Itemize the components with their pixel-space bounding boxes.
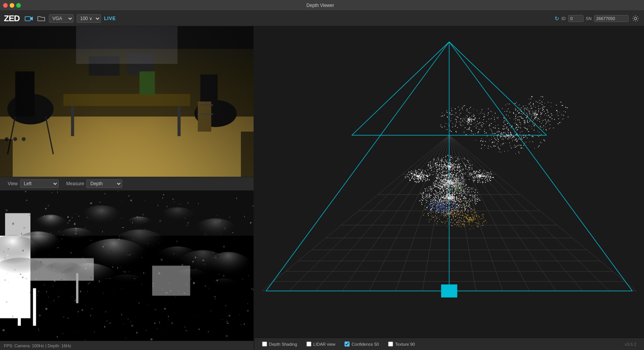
- point-cloud-view: [254, 26, 644, 338]
- lidar-view-label[interactable]: LIDAR view: [313, 342, 335, 347]
- confidence-checkbox[interactable]: [345, 342, 350, 347]
- lidar-view-checkbox[interactable]: [306, 342, 311, 347]
- viewer-controls: Depth Shading LIDAR view Confidence 50 T…: [254, 338, 644, 350]
- texture-control: Texture 90: [388, 342, 415, 347]
- measure-label: Measure: [66, 181, 84, 186]
- controls-row: View Left Right Side by Side Measure Dep…: [0, 177, 254, 191]
- version-label: v3.6.2: [625, 342, 636, 347]
- toolbar: ZED VGA 720p 1080p 2.2K 100 ∨ 15 30 60 L…: [0, 11, 644, 26]
- depth-shading-checkbox[interactable]: [262, 342, 267, 347]
- depth-view: [0, 191, 254, 341]
- depth-shading-control: Depth Shading: [262, 342, 297, 347]
- camera-view: [0, 26, 254, 177]
- view-select[interactable]: Left Right Side by Side: [20, 179, 59, 188]
- view-label: View: [8, 181, 18, 186]
- left-panel: View Left Right Side by Side Measure Dep…: [0, 26, 254, 350]
- settings-icon[interactable]: [631, 14, 640, 23]
- lidar-view-control: LIDAR view: [306, 342, 335, 347]
- view-control: View Left Right Side by Side: [8, 179, 59, 188]
- status-text: FPS: Camera: 100Hz | Depth: 16Hz: [4, 343, 71, 348]
- toolbar-right: ↻ ID SN: [555, 14, 640, 23]
- texture-checkbox[interactable]: [388, 342, 393, 347]
- camera-canvas: [0, 26, 254, 177]
- depth-canvas: [0, 191, 254, 341]
- confidence-control: Confidence 50: [345, 342, 379, 347]
- depth-shading-label[interactable]: Depth Shading: [269, 342, 297, 347]
- svg-point-2: [634, 17, 637, 20]
- main-content: View Left Right Side by Side Measure Dep…: [0, 26, 644, 350]
- zed-logo: ZED: [4, 14, 20, 24]
- sn-label: SN: [586, 16, 592, 21]
- svg-marker-1: [30, 17, 33, 20]
- confidence-label[interactable]: Confidence 50: [351, 342, 379, 347]
- point-cloud-canvas: [254, 26, 644, 338]
- refresh-icon[interactable]: ↻: [555, 15, 559, 22]
- measure-control: Measure Depth Disparity Confidence: [66, 179, 123, 188]
- titlebar: Depth Viewer: [0, 0, 644, 11]
- right-panel: Depth Shading LIDAR view Confidence 50 T…: [254, 26, 644, 350]
- folder-icon[interactable]: [37, 14, 46, 23]
- id-label: ID: [562, 16, 566, 21]
- measure-select[interactable]: Depth Disparity Confidence: [86, 179, 122, 188]
- status-bar: FPS: Camera: 100Hz | Depth: 16Hz: [0, 341, 254, 350]
- window-title: Depth Viewer: [0, 3, 641, 8]
- texture-label[interactable]: Texture 90: [395, 342, 415, 347]
- sn-input[interactable]: [594, 15, 629, 22]
- svg-rect-0: [25, 17, 30, 21]
- fps-select[interactable]: 100 ∨ 15 30 60: [77, 14, 101, 23]
- live-badge: LIVE: [104, 16, 116, 21]
- camera-icon[interactable]: [24, 14, 34, 23]
- resolution-select[interactable]: VGA 720p 1080p 2.2K: [49, 14, 74, 23]
- id-input[interactable]: [568, 15, 583, 22]
